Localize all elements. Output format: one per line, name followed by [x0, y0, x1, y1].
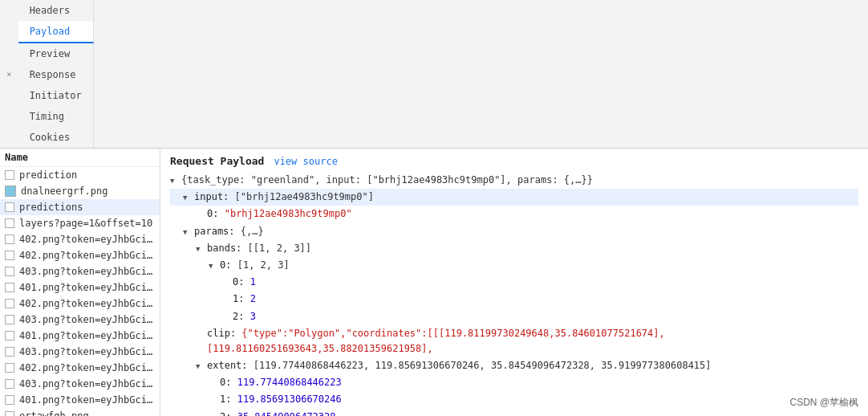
list-item[interactable]: 403.png?token=eyJhbGciOiJIU	[0, 344, 160, 360]
close-icon[interactable]: ×	[0, 65, 18, 84]
tree-content: extent: [119.77440868446223, 119.8569130…	[207, 358, 712, 373]
expand-icon[interactable]	[183, 190, 193, 205]
list-item[interactable]: 403.png?token=eyJhbGciOiJIU	[0, 312, 160, 328]
sidebar-item-label: 401.png?token=eyJhbGciOiJIU	[19, 394, 155, 406]
image-icon	[5, 186, 16, 197]
tree-content: 0: 1	[233, 275, 256, 290]
checkbox-icon[interactable]	[5, 331, 14, 341]
payload-panel: Request Payload view source {task_type: …	[160, 149, 868, 416]
list-item[interactable]: 403.png?token=eyJhbGciOiJIU	[0, 263, 160, 279]
checkbox-icon[interactable]	[5, 299, 14, 308]
sidebar-item-label: dnalneergrf.png	[21, 186, 107, 197]
sidebar-item-label: 401.png?token=eyJhbGciOiJIU	[19, 282, 155, 293]
tab-headers[interactable]: Headers	[18, 0, 94, 21]
tree-content: clip: {"type":"Polygon","coordinates":[[…	[207, 326, 858, 357]
list-item[interactable]: 402.png?token=eyJhbGciOiJIU	[0, 247, 160, 263]
checkbox-icon[interactable]	[5, 363, 14, 373]
list-item[interactable]: 401.png?token=eyJhbGciOiJIU	[0, 279, 160, 296]
tree-content: {task_type: "greenland", input: ["brhj12…	[181, 173, 593, 188]
tree-content: 0: 119.77440868446223	[220, 375, 342, 390]
tree-line: clip: {"type":"Polygon","coordinates":[[…	[170, 325, 858, 357]
tree-content: 2: 35.84549096472328	[220, 410, 336, 416]
watermark: CSDN @苹榆枫	[789, 396, 858, 410]
tree-line: 2: 35.84549096472328	[170, 409, 858, 416]
checkbox-icon[interactable]	[5, 347, 14, 357]
checkbox-icon[interactable]	[5, 411, 14, 416]
list-item[interactable]: 401.png?token=eyJhbGciOiJIU	[0, 328, 160, 344]
sidebar-item-label: 403.png?token=eyJhbGciOiJIU	[19, 346, 155, 357]
section-title: Request Payload view source	[170, 155, 858, 167]
sidebar: Name predictiondnalneergrf.pngprediction…	[0, 149, 160, 416]
tab-response[interactable]: Response	[18, 64, 94, 85]
list-item[interactable]: 403.png?token=eyJhbGciOiJIU	[0, 376, 160, 392]
tab-preview[interactable]: Preview	[18, 43, 94, 64]
tree-line: 0: "brhj12ae4983hc9t9mp0"	[170, 206, 858, 222]
tree-content: 2: 3	[233, 309, 256, 324]
expand-icon[interactable]	[209, 258, 218, 273]
list-item[interactable]: 402.png?token=eyJhbGciOiJIU	[0, 360, 160, 376]
sidebar-header: Name	[0, 149, 160, 167]
tree-line: extent: [119.77440868446223, 119.8569130…	[170, 357, 858, 374]
tree-content: 1: 2	[233, 292, 256, 307]
tree-line: 1: 2	[170, 291, 858, 308]
tab-bar: × HeadersPayloadPreviewResponseInitiator…	[0, 0, 868, 149]
sidebar-item-label: 402.png?token=eyJhbGciOiJIU	[19, 234, 155, 245]
sidebar-item-label: 403.png?token=eyJhbGciOiJIU	[19, 378, 155, 389]
tree-line: input: ["brhj12ae4983hc9t9mp0"]	[170, 189, 858, 206]
tab-cookies[interactable]: Cookies	[18, 127, 94, 148]
sidebar-item-label: prediction	[19, 169, 77, 181]
tab-initiator[interactable]: Initiator	[18, 85, 94, 106]
list-item[interactable]: 401.png?token=eyJhbGciOiJIU	[0, 392, 160, 408]
list-item[interactable]: predictions	[0, 199, 160, 215]
expand-icon[interactable]	[183, 224, 193, 239]
tree-line: bands: [[1, 2, 3]]	[170, 240, 858, 257]
tree-line: 0: [1, 2, 3]	[170, 257, 858, 274]
sidebar-item-label: 403.png?token=eyJhbGciOiJIU	[19, 314, 155, 325]
list-item[interactable]: 402.png?token=eyJhbGciOiJIU	[0, 296, 160, 312]
sidebar-item-label: layers?page=1&offset=10	[19, 218, 152, 229]
tab-payload[interactable]: Payload	[18, 21, 94, 43]
sidebar-item-label: 401.png?token=eyJhbGciOiJIU	[19, 330, 155, 341]
tree-content: 0: [1, 2, 3]	[220, 258, 290, 273]
tree-line: 2: 3	[170, 308, 858, 325]
tree-content: bands: [[1, 2, 3]]	[207, 241, 311, 256]
list-item[interactable]: ertawfgh.png	[0, 408, 160, 416]
list-item[interactable]: 402.png?token=eyJhbGciOiJIU	[0, 231, 160, 247]
tab-timing[interactable]: Timing	[18, 106, 94, 127]
checkbox-icon[interactable]	[5, 235, 14, 244]
main-area: Name predictiondnalneergrf.pngprediction…	[0, 149, 868, 416]
expand-icon[interactable]	[196, 358, 205, 373]
section-title-text: Request Payload	[170, 155, 264, 167]
expand-icon[interactable]	[170, 173, 180, 188]
expand-icon[interactable]	[196, 241, 205, 256]
tree-content: input: ["brhj12ae4983hc9t9mp0"]	[194, 190, 374, 205]
tree-line: 1: 119.85691306670246	[170, 391, 858, 408]
checkbox-icon[interactable]	[5, 202, 14, 212]
checkbox-icon[interactable]	[5, 315, 14, 324]
tree-content: 1: 119.85691306670246	[220, 392, 342, 407]
sidebar-item-label: ertawfgh.png	[19, 410, 89, 416]
checkbox-icon[interactable]	[5, 218, 14, 228]
checkbox-icon[interactable]	[5, 267, 14, 276]
tree-line: {task_type: "greenland", input: ["brhj12…	[170, 172, 858, 189]
tree-content: params: {,…}	[194, 224, 264, 239]
tree-line: 0: 1	[170, 274, 858, 291]
tree-line: params: {,…}	[170, 223, 858, 240]
sidebar-item-label: predictions	[19, 202, 83, 213]
list-item[interactable]: layers?page=1&offset=10	[0, 215, 160, 231]
sidebar-item-label: 403.png?token=eyJhbGciOiJIU	[19, 266, 155, 277]
checkbox-icon[interactable]	[5, 170, 14, 180]
list-item[interactable]: prediction	[0, 167, 160, 183]
checkbox-icon[interactable]	[5, 395, 14, 405]
sidebar-item-label: 402.png?token=eyJhbGciOiJIU	[19, 250, 155, 261]
view-source-link[interactable]: view source	[274, 156, 337, 167]
checkbox-icon[interactable]	[5, 283, 14, 292]
sidebar-item-label: 402.png?token=eyJhbGciOiJIU	[19, 362, 155, 373]
checkbox-icon[interactable]	[5, 379, 14, 389]
checkbox-icon[interactable]	[5, 251, 14, 260]
list-item[interactable]: dnalneergrf.png	[0, 183, 160, 199]
tree-content: 0: "brhj12ae4983hc9t9mp0"	[207, 206, 352, 222]
tree-line: 0: 119.77440868446223	[170, 374, 858, 391]
sidebar-item-label: 402.png?token=eyJhbGciOiJIU	[19, 298, 155, 309]
